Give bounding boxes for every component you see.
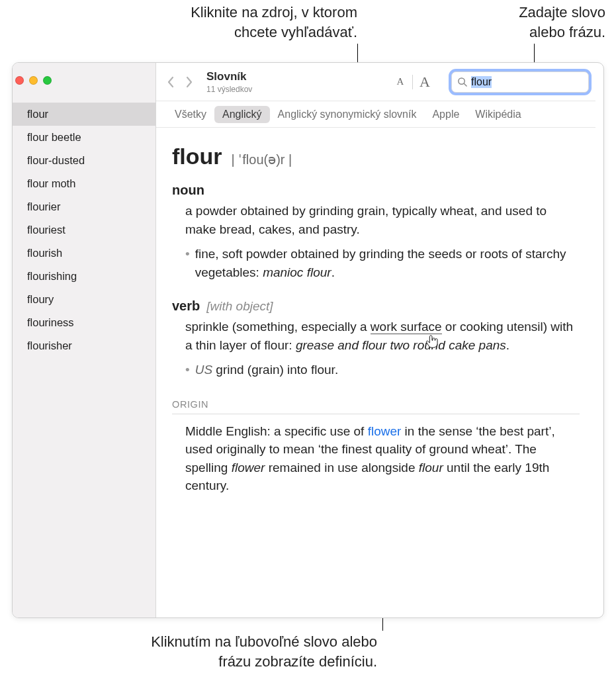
results-list: flourflour beetleflour-dustedflour mothf… xyxy=(12,97,155,357)
callout-text: Kliknite na zdroj, v ktorom chcete vyhľa… xyxy=(99,3,357,42)
result-count: 11 výsledkov xyxy=(206,85,252,94)
sidebar-item[interactable]: floury xyxy=(12,288,155,311)
sidebar-item[interactable]: flour-dusted xyxy=(12,149,155,172)
source-tab[interactable]: Apple xyxy=(424,106,467,123)
example-text: grease and flour two round cake pans xyxy=(296,338,506,352)
sidebar-item[interactable]: flourisher xyxy=(12,334,155,357)
forward-button[interactable] xyxy=(181,72,197,92)
callout-text: Kliknutím na ľubovoľné slovo alebo frázu… xyxy=(60,632,377,671)
origin-segment: Middle English: a specific use of xyxy=(185,424,368,438)
font-size-controls: A A xyxy=(388,72,437,92)
origin-italic: flour xyxy=(419,461,443,475)
callout-text: Zadajte slovo alebo frázu. xyxy=(457,3,605,42)
region-label: US xyxy=(195,363,216,377)
source-tab[interactable]: Wikipédia xyxy=(467,106,529,123)
source-tabs: VšetkyAnglickýAnglický synonymický slovn… xyxy=(156,101,595,128)
window-title-block: Slovník 11 výsledkov xyxy=(206,70,252,94)
search-field[interactable] xyxy=(451,71,589,93)
sidebar-item[interactable]: flourish xyxy=(12,242,155,265)
back-button[interactable] xyxy=(163,72,179,92)
dictionary-window: flourflour beetleflour-dustedflour mothf… xyxy=(12,62,604,618)
sense-text: sprinkle (something, especially a xyxy=(185,320,371,334)
sidebar-item[interactable]: flour beetle xyxy=(12,126,155,149)
definition-sense[interactable]: sprinkle (something, especially a work s… xyxy=(185,318,580,354)
callout-definition-click: Kliknutím na ľubovoľné slovo alebo frázu… xyxy=(60,632,377,671)
linked-phrase-work-surface[interactable]: work surface xyxy=(371,320,442,334)
sub-sense[interactable]: US grind (grain) into flour. xyxy=(185,361,580,379)
chevron-right-icon xyxy=(185,76,193,88)
minimize-button[interactable] xyxy=(29,76,38,85)
definition-content: flour | ˈflou(ə)r | noun a powder obtain… xyxy=(156,128,595,617)
callout-source: Kliknite na zdroj, v ktorom chcete vyhľa… xyxy=(99,3,357,42)
pos-qualifier: [with object] xyxy=(206,299,273,314)
sub-text: grind (grain) into flour. xyxy=(216,363,338,377)
pronunciation: | ˈflou(ə)r | xyxy=(232,152,292,167)
source-tab[interactable]: Anglický synonymický slovník xyxy=(270,106,425,123)
main-pane: Slovník 11 výsledkov A A VšetkyAnglickýA… xyxy=(156,63,595,617)
sidebar-item[interactable]: flourishing xyxy=(12,265,155,288)
sidebar-item[interactable]: flour xyxy=(12,103,155,126)
source-tab[interactable]: Všetky xyxy=(167,106,214,123)
definition-sense[interactable]: a powder obtained by grinding grain, typ… xyxy=(185,202,580,238)
sidebar-item[interactable]: flouriest xyxy=(12,218,155,242)
source-tab[interactable]: Anglický xyxy=(214,106,270,123)
origin-link-flower[interactable]: flower xyxy=(368,424,402,438)
sidebar-item[interactable]: flouriness xyxy=(12,311,155,334)
toolbar: Slovník 11 výsledkov A A xyxy=(156,63,595,101)
sense-text: . xyxy=(506,338,509,352)
font-increase-button[interactable]: A xyxy=(413,72,437,92)
origin-header: ORIGIN xyxy=(172,399,580,414)
headword[interactable]: flour xyxy=(172,144,222,169)
sidebar-item[interactable]: flourier xyxy=(12,195,155,218)
origin-text[interactable]: Middle English: a specific use of flower… xyxy=(185,422,580,495)
search-icon xyxy=(457,77,467,87)
fullscreen-button[interactable] xyxy=(43,76,52,85)
search-input[interactable] xyxy=(471,76,603,88)
part-of-speech: verb xyxy=(172,298,200,314)
example-text: manioc flour xyxy=(263,265,331,279)
origin-italic: flower xyxy=(232,461,265,475)
sidebar: flourflour beetleflour-dustedflour mothf… xyxy=(12,63,156,617)
origin-segment: remained in use alongside xyxy=(265,461,418,475)
chevron-left-icon xyxy=(167,76,175,88)
sidebar-item[interactable]: flour moth xyxy=(12,172,155,195)
font-decrease-button[interactable]: A xyxy=(388,72,412,92)
sub-text: fine, soft powder obtained by grinding t… xyxy=(195,247,566,279)
window-controls xyxy=(12,63,155,97)
window-title: Slovník xyxy=(206,70,252,83)
close-button[interactable] xyxy=(15,76,24,85)
part-of-speech: noun xyxy=(172,183,204,198)
sub-tail: . xyxy=(331,265,335,279)
sub-sense[interactable]: fine, soft powder obtained by grinding t… xyxy=(185,245,580,281)
svg-line-1 xyxy=(464,83,466,86)
callout-search: Zadajte slovo alebo frázu. xyxy=(457,3,605,42)
